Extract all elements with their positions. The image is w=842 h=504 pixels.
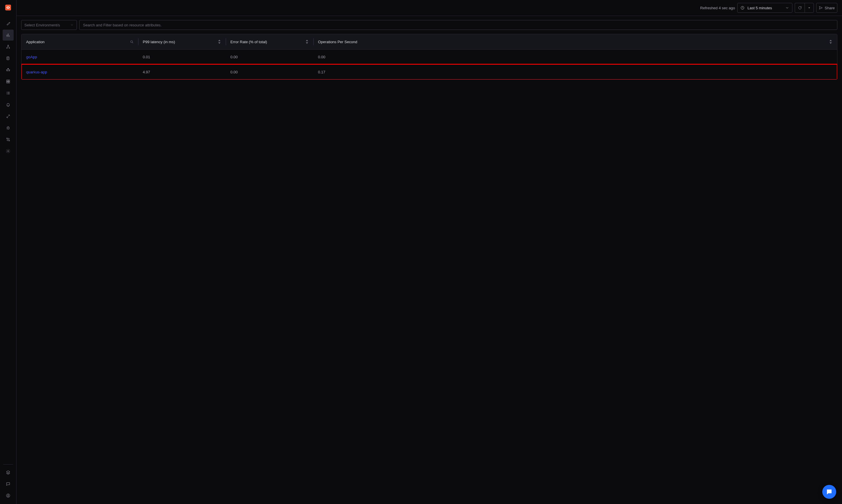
grid-icon	[6, 79, 11, 84]
filter-row: Select Environment/s	[17, 16, 842, 34]
th-label: P99 latency (in ms)	[143, 40, 217, 44]
th-error-rate[interactable]: Error Rate (% of total)	[226, 34, 313, 49]
svg-point-15	[7, 150, 9, 152]
svg-point-7	[9, 70, 10, 71]
layers-icon	[6, 470, 11, 475]
nav-settings[interactable]	[3, 146, 14, 157]
environment-select[interactable]: Select Environment/s	[21, 20, 77, 30]
svg-point-14	[9, 140, 10, 141]
search-icon	[130, 40, 134, 44]
intercom-icon	[826, 488, 833, 495]
th-p99-latency[interactable]: P99 latency (in ms)	[138, 34, 226, 49]
bug-icon	[6, 126, 11, 130]
refresh-icon	[798, 6, 802, 10]
bar-chart-icon	[6, 33, 11, 37]
chevron-down-icon	[70, 23, 74, 27]
th-label: Operations Per Second	[318, 40, 829, 44]
environment-placeholder: Select Environment/s	[24, 23, 70, 27]
th-application[interactable]: Application	[21, 34, 138, 49]
refresh-group	[795, 3, 814, 13]
share-label: Share	[825, 6, 835, 10]
svg-point-0	[8, 7, 8, 8]
cell-p99: 0.01	[138, 55, 226, 59]
svg-point-17	[7, 495, 9, 496]
nav-bugs[interactable]	[3, 122, 14, 133]
svg-point-1	[8, 45, 9, 46]
app-logo[interactable]	[5, 5, 11, 11]
spark-icon	[6, 114, 11, 119]
sidebar	[0, 0, 17, 504]
nav-alerts[interactable]	[3, 99, 14, 110]
nav-top	[0, 18, 16, 157]
send-icon	[819, 6, 823, 10]
app-link[interactable]: quarkus-app	[21, 70, 138, 74]
nav-infrastructure[interactable]	[3, 65, 14, 75]
cell-ops: 0.00	[313, 55, 837, 59]
refresh-options-button[interactable]	[805, 3, 814, 13]
nav-pipelines[interactable]	[3, 134, 14, 145]
th-label: Application	[26, 40, 130, 44]
share-nodes-icon	[6, 44, 11, 49]
svg-rect-11	[8, 82, 10, 83]
nav-services[interactable]	[3, 30, 14, 41]
cell-ops: 0.17	[313, 70, 837, 74]
nav-logs[interactable]	[3, 53, 14, 64]
chevron-down-icon	[785, 6, 789, 10]
svg-point-2	[7, 48, 7, 49]
chat-icon	[6, 482, 11, 486]
cubes-icon	[6, 68, 11, 72]
th-label: Error Rate (% of total)	[230, 40, 305, 44]
app-link[interactable]: goApp	[21, 55, 138, 59]
scroll-icon	[6, 56, 11, 60]
eye-icon	[6, 5, 10, 10]
nav-support[interactable]	[3, 479, 14, 489]
search-input[interactable]	[79, 20, 837, 30]
nav-messaging[interactable]	[3, 88, 14, 98]
applications-table: Application P99 latency (in ms) Error Ra…	[21, 34, 837, 80]
table-container: Application P99 latency (in ms) Error Ra…	[17, 34, 842, 80]
sort-icon	[829, 40, 832, 44]
route-icon	[6, 137, 11, 142]
svg-rect-10	[7, 82, 8, 83]
table-header: Application P99 latency (in ms) Error Ra…	[21, 34, 837, 49]
caret-down-icon	[807, 6, 811, 10]
chat-fab[interactable]	[822, 485, 836, 499]
refreshed-label: Refreshed 4 sec ago	[700, 6, 735, 10]
nav-exceptions[interactable]	[3, 111, 14, 122]
th-operations-per-second[interactable]: Operations Per Second	[313, 34, 837, 49]
main: Refreshed 4 sec ago Last 5 minutes Share…	[17, 0, 842, 504]
nav-bottom	[0, 463, 16, 501]
clock-icon	[740, 6, 744, 10]
gear-icon	[6, 149, 11, 154]
svg-rect-9	[8, 80, 10, 82]
nav-traces[interactable]	[3, 41, 14, 52]
list-icon	[6, 91, 11, 95]
svg-point-13	[7, 138, 7, 139]
cell-p99: 4.97	[138, 70, 226, 74]
svg-point-6	[7, 70, 7, 71]
svg-rect-8	[7, 80, 8, 82]
share-button[interactable]: Share	[816, 3, 837, 13]
table-body: goApp 0.01 0.00 0.00 quarkus-app 4.97 0.…	[21, 49, 837, 79]
nav-dashboards[interactable]	[3, 76, 14, 87]
time-range-label: Last 5 minutes	[748, 6, 782, 10]
svg-point-3	[9, 48, 10, 49]
time-range-selector[interactable]: Last 5 minutes	[737, 3, 792, 13]
cell-error-rate: 0.00	[226, 70, 313, 74]
nav-get-started[interactable]	[3, 18, 14, 29]
table-row[interactable]: quarkus-app 4.97 0.00 0.17	[21, 65, 837, 79]
bell-icon	[6, 102, 11, 107]
cell-error-rate: 0.00	[226, 55, 313, 59]
svg-point-12	[7, 127, 9, 129]
nav-account[interactable]	[3, 490, 14, 501]
refresh-button[interactable]	[795, 3, 805, 13]
rocket-icon	[6, 21, 11, 26]
user-circle-icon	[6, 493, 11, 498]
sort-icon	[305, 40, 309, 44]
nav-divider	[3, 464, 13, 465]
table-row[interactable]: goApp 0.01 0.00 0.00	[21, 49, 837, 65]
svg-point-19	[130, 41, 133, 43]
nav-layers[interactable]	[3, 467, 14, 478]
sort-icon	[217, 40, 221, 44]
topbar: Refreshed 4 sec ago Last 5 minutes Share	[17, 0, 842, 16]
